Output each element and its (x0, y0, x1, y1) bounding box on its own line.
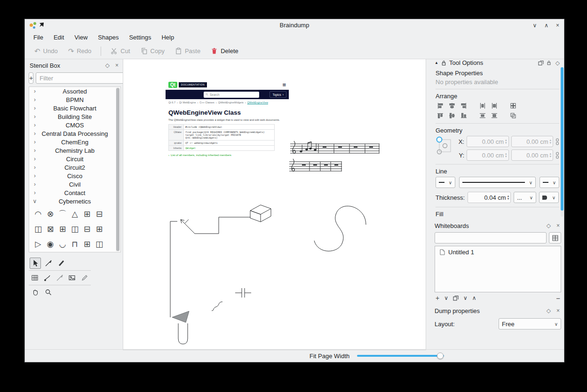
squiggle-shape[interactable] (212, 302, 222, 311)
stencil-category[interactable]: › Circuit (29, 155, 120, 163)
stencil-shape-icon[interactable]: ⊙ (32, 251, 44, 252)
float-dock-button[interactable]: ◇ (554, 60, 561, 66)
stencil-shape-icon[interactable]: ⊘ (56, 251, 69, 252)
triangle-shape[interactable] (172, 311, 189, 322)
position-anchor-widget[interactable] (436, 136, 454, 157)
detach-icon[interactable] (538, 60, 544, 66)
distribute-v-center-button[interactable] (490, 111, 499, 120)
stencil-category[interactable]: › Chemistry Lab (29, 146, 120, 155)
cube-shape[interactable] (250, 205, 271, 222)
duplicate-options-arrow[interactable]: ∨ (463, 295, 468, 301)
remove-whiteboard-button[interactable]: − (556, 294, 560, 302)
line-start-combo[interactable]: ∨ (436, 177, 455, 188)
stencil-shape-icon[interactable]: ◫ (93, 236, 105, 251)
paste-button[interactable]: Paste (171, 45, 204, 57)
stencil-category[interactable]: › Central Data Processing (29, 129, 120, 138)
duplicate-whiteboard-button[interactable] (453, 295, 459, 301)
music-staff-shape-2[interactable] (289, 159, 342, 171)
stroke-tool-button[interactable] (42, 272, 52, 283)
pan-tool-button[interactable] (30, 287, 41, 298)
stencil-shape-icon[interactable]: ⊗ (44, 206, 56, 221)
grid-arrange-button[interactable] (508, 102, 518, 110)
delete-button[interactable]: Delete (207, 45, 242, 57)
distribute-h-left-button[interactable] (478, 102, 487, 110)
stencil-category[interactable]: › Basic Flowchart (29, 104, 120, 112)
calligraphy-tool-button[interactable] (56, 258, 67, 269)
close-dock-button[interactable]: × (555, 307, 561, 314)
menu-view[interactable]: View (70, 32, 92, 42)
stencil-shape-icon[interactable]: ⊠ (44, 221, 56, 236)
distribute-v-top-button[interactable] (478, 111, 487, 120)
stencil-category[interactable]: › Cisco (29, 172, 120, 180)
add-options-arrow[interactable]: ∨ (444, 295, 448, 301)
menu-file[interactable]: File (29, 32, 48, 42)
pen2-tool-button[interactable] (55, 272, 65, 283)
stencil-category[interactable]: › Civil (29, 180, 120, 188)
align-bottom-button[interactable] (459, 111, 468, 120)
zoom-slider-track[interactable] (357, 355, 444, 357)
undo-button[interactable]: ↶ Undo (31, 45, 62, 57)
link-height-icon[interactable] (555, 152, 559, 159)
menu-shapes[interactable]: Shapes (93, 32, 123, 42)
line-tool-button[interactable] (43, 258, 54, 269)
width-spinbox[interactable]: 0.00 cm ▴▾ (511, 136, 554, 147)
whiteboards-search-input[interactable] (435, 232, 547, 243)
stencil-category[interactable]: › Contact (29, 188, 120, 197)
zoom-tool-button[interactable] (43, 287, 54, 298)
lock-dock-icon[interactable] (547, 60, 551, 65)
stencil-shape-icon[interactable]: ⌒ (56, 206, 69, 221)
height-spinbox[interactable]: 0.00 cm ▴▾ (511, 149, 554, 161)
align-top-button[interactable] (436, 111, 445, 120)
diagonal-arrow-shape[interactable] (181, 220, 195, 234)
pencil-tool-button[interactable] (79, 272, 90, 283)
stencil-shape-icon[interactable]: ◠ (32, 206, 44, 221)
cut-button[interactable]: Cut (107, 45, 134, 57)
stencil-category[interactable]: › Assorted (29, 87, 120, 95)
copy-button[interactable]: Copy (137, 45, 168, 57)
minimize-button[interactable]: ∨ (532, 22, 537, 29)
stencil-category[interactable]: › Circuit2 (29, 163, 120, 172)
cap-style-combo[interactable]: ∨ (539, 192, 559, 203)
zoom-slider-handle[interactable] (437, 353, 444, 359)
add-whiteboard-button[interactable]: + (436, 294, 439, 302)
collapse-triangle-icon[interactable]: ▲ (435, 61, 438, 65)
stencil-filter-input[interactable] (36, 72, 126, 84)
zoom-slider[interactable] (357, 352, 444, 360)
align-left-button[interactable] (436, 102, 445, 110)
stencil-shape-icon[interactable]: ◉ (44, 236, 56, 251)
align-right-button[interactable] (459, 102, 468, 110)
stencil-list-scrollbar[interactable] (116, 87, 120, 251)
float-dock-button[interactable]: ◇ (545, 307, 552, 314)
stencil-category[interactable]: › BPMN (29, 95, 120, 104)
menu-settings[interactable]: Settings (124, 32, 156, 42)
tube-shape[interactable] (178, 323, 188, 344)
whiteboards-view-button[interactable] (549, 232, 561, 243)
redo-button[interactable]: ↷ Redo (64, 45, 95, 57)
stencil-shape-icon[interactable]: ⊟ (81, 221, 93, 236)
maximize-button[interactable]: ∧ (544, 22, 548, 29)
music-staff-shape-1[interactable] (290, 141, 380, 153)
thickness-spinbox[interactable]: 0.04 cm ▴▾ (468, 192, 511, 203)
float-dock-button[interactable]: ◇ (104, 62, 111, 69)
y-position-spinbox[interactable]: 0.00 cm ▴▾ (467, 149, 509, 161)
dash-options-combo[interactable]: ... ∨ (514, 192, 536, 203)
capacitor-shape[interactable] (235, 288, 251, 298)
whiteboard-list-item[interactable]: Untitled 1 (435, 246, 561, 258)
close-dock-button[interactable]: × (555, 222, 561, 229)
line-end-combo[interactable]: ∨ (539, 177, 559, 188)
align-vcenter-button[interactable] (447, 111, 457, 120)
group-shapes-button[interactable] (508, 111, 518, 120)
layout-combo[interactable]: Free ∨ (499, 318, 561, 329)
stencil-shape-icon[interactable]: ◫ (69, 221, 81, 236)
connector-line-shape[interactable] (195, 217, 250, 234)
x-position-spinbox[interactable]: 0.00 cm ▴▾ (467, 136, 509, 147)
whiteboard-canvas[interactable]: Qt DOCUMENTATION ≡ Search Topics › Qt 6.… (123, 59, 426, 350)
sine-curve-shape[interactable] (314, 206, 366, 251)
tool-options-scrollbar[interactable] (561, 67, 563, 217)
stencil-shape-icon[interactable]: ◁ (44, 251, 56, 252)
link-width-icon[interactable] (555, 138, 559, 145)
select-tool-button[interactable] (30, 258, 41, 269)
close-dock-button[interactable]: × (114, 62, 120, 69)
close-button[interactable]: × (556, 22, 559, 29)
stencil-category[interactable]: › Building Site (29, 112, 120, 121)
